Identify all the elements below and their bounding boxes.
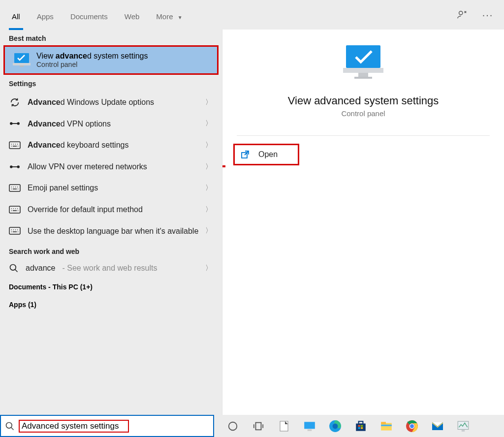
cortana-button[interactable] <box>220 415 246 437</box>
best-match-item[interactable]: View advanced system settings Control pa… <box>3 45 219 75</box>
detail-title: View advanced system settings <box>288 94 439 107</box>
tab-all[interactable]: All <box>11 6 21 24</box>
taskbar-app-libreoffice[interactable] <box>271 415 297 437</box>
bm-subtitle: Control panel <box>36 61 148 68</box>
settings-item-vpn-metered[interactable]: Allow VPN over metered networks 〉 <box>0 156 222 178</box>
keyboard-icon <box>9 226 21 236</box>
taskbar <box>0 415 504 437</box>
best-match-text: View advanced system settings Control pa… <box>36 52 148 68</box>
taskbar-app-explorer[interactable] <box>374 415 399 437</box>
svg-rect-24 <box>304 422 315 429</box>
taskbar-app-monitor[interactable] <box>297 415 322 437</box>
detail-subtitle: Control panel <box>341 109 385 118</box>
web-result-item[interactable]: advance - See work and web results 〉 <box>0 258 222 278</box>
settings-item-emoji-panel[interactable]: Emoji panel settings 〉 <box>0 177 222 199</box>
bm-title-bold: advance <box>56 52 87 60</box>
refresh-icon <box>9 97 21 107</box>
tab-apps[interactable]: Apps <box>36 6 55 24</box>
settings-list: Advanced Windows Update options 〉 Advanc… <box>0 91 222 243</box>
lbl: Emoji panel settings <box>28 184 98 192</box>
open-label: Open <box>258 150 278 159</box>
svg-rect-10 <box>12 166 18 167</box>
web-heading: Search work and web <box>0 243 222 258</box>
settings-item-default-input[interactable]: Override for default input method 〉 <box>0 199 222 220</box>
tab-more[interactable]: More ▼ <box>155 6 183 24</box>
top-tab-bar: All Apps Documents Web More ▼ ··· <box>0 0 504 30</box>
search-icon <box>5 421 15 431</box>
taskbar-search-box[interactable] <box>0 415 214 437</box>
tab-web[interactable]: Web <box>124 6 141 24</box>
chevron-right-icon: 〉 <box>205 98 212 107</box>
chevron-right-icon: 〉 <box>205 141 212 150</box>
settings-item-keyboard[interactable]: Advanced keyboard settings 〉 <box>0 134 222 156</box>
detail-pane: View advanced system settings Control pa… <box>222 30 504 415</box>
chevron-right-icon: 〉 <box>205 119 212 128</box>
open-action[interactable]: Open <box>233 144 299 165</box>
svg-rect-12 <box>9 206 20 213</box>
svg-rect-36 <box>381 424 392 426</box>
task-view-button[interactable] <box>246 415 271 437</box>
svg-rect-18 <box>354 77 372 79</box>
chevron-down-icon: ▼ <box>178 15 183 20</box>
svg-rect-2 <box>13 63 31 65</box>
taskbar-app-store[interactable] <box>348 415 374 437</box>
svg-rect-7 <box>9 142 20 149</box>
documents-heading[interactable]: Documents - This PC (1+) <box>0 278 222 296</box>
keyboard-icon <box>9 140 21 150</box>
svg-rect-28 <box>356 423 366 431</box>
svg-rect-6 <box>12 123 18 124</box>
svg-point-20 <box>6 422 12 428</box>
tab-more-label: More <box>156 12 173 21</box>
annotation-marker <box>222 165 225 167</box>
taskbar-app-monitor2[interactable] <box>450 415 476 437</box>
settings-item-vpn-options[interactable]: Advanced VPN options 〉 <box>0 113 222 135</box>
main-area: Best match View advanced system settings… <box>0 30 504 415</box>
apps-heading[interactable]: Apps (1) <box>0 296 222 313</box>
bm-title-post: d system settings <box>87 52 148 60</box>
svg-rect-25 <box>308 429 312 431</box>
lbl: Override for default input method <box>28 205 143 214</box>
open-icon <box>241 150 250 159</box>
more-options-icon[interactable]: ··· <box>481 8 494 21</box>
chevron-right-icon: 〉 <box>205 184 212 192</box>
svg-rect-11 <box>9 185 20 191</box>
search-input[interactable] <box>22 421 126 431</box>
svg-rect-15 <box>346 45 380 68</box>
settings-item-language-bar[interactable]: Use the desktop language bar when it's a… <box>0 220 222 242</box>
chevron-right-icon: 〉 <box>205 226 212 235</box>
monitor-large-icon <box>342 44 384 80</box>
svg-point-14 <box>10 265 16 271</box>
taskbar-app-mail[interactable] <box>425 415 450 437</box>
results-pane: Best match View advanced system settings… <box>0 30 222 415</box>
keyboard-icon <box>9 205 21 215</box>
svg-rect-35 <box>381 422 386 424</box>
bm-title-pre: View <box>36 52 56 60</box>
svg-rect-22 <box>256 422 261 430</box>
svg-rect-32 <box>358 427 360 429</box>
svg-rect-16 <box>343 68 383 73</box>
monitor-icon <box>13 52 31 68</box>
web-term: advance <box>26 264 56 273</box>
lbl: d Windows Update options <box>61 98 154 106</box>
feedback-icon[interactable] <box>456 8 469 21</box>
divider <box>237 135 490 136</box>
svg-rect-17 <box>358 73 368 77</box>
taskbar-app-edge[interactable] <box>322 415 348 437</box>
hl: Advance <box>28 98 61 106</box>
tab-list: All Apps Documents Web More ▼ <box>11 6 184 24</box>
svg-rect-23 <box>280 421 288 431</box>
search-icon <box>9 263 19 273</box>
svg-rect-3 <box>20 65 24 67</box>
svg-point-0 <box>459 11 463 15</box>
settings-heading: Settings <box>0 75 222 91</box>
taskbar-icons <box>214 415 476 437</box>
svg-rect-30 <box>358 425 360 426</box>
taskbar-app-chrome[interactable] <box>399 415 425 437</box>
lbl: d keyboard settings <box>61 141 129 149</box>
tab-documents[interactable]: Documents <box>69 6 109 24</box>
hl: Advance <box>28 120 61 128</box>
settings-item-windows-update[interactable]: Advanced Windows Update options 〉 <box>0 92 222 113</box>
svg-rect-33 <box>361 427 363 429</box>
svg-rect-42 <box>462 430 465 431</box>
vpn-icon <box>9 119 21 128</box>
